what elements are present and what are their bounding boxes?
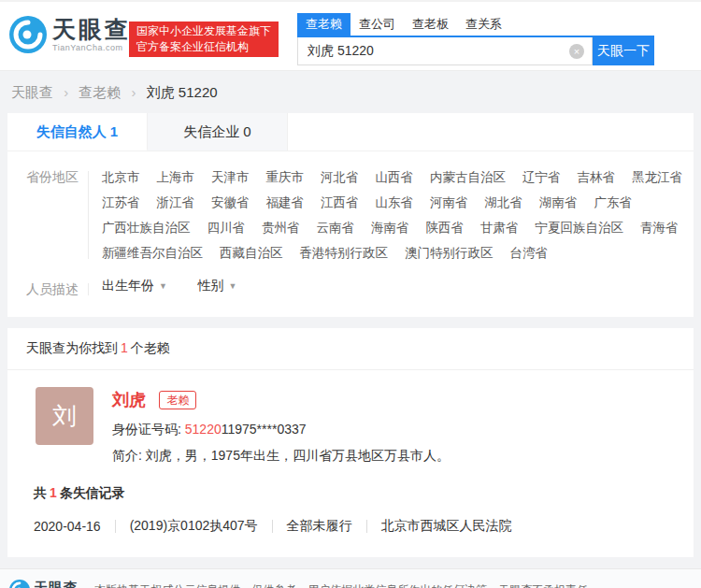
province-filter[interactable]: 广西壮族自治区 xyxy=(102,215,191,240)
tab-dishonest-person[interactable]: 失信自然人1 xyxy=(7,113,148,151)
record-date: 2020-04-16 xyxy=(34,519,101,534)
record-divider xyxy=(115,520,116,533)
search-tab-laolai[interactable]: 查老赖 xyxy=(297,13,350,36)
birth-year-dropdown[interactable]: 出生年份▼ xyxy=(102,278,167,293)
result-tabs: 失信自然人1 失信企业0 xyxy=(7,113,694,151)
breadcrumb-home[interactable]: 天眼查 xyxy=(11,84,53,100)
brand-logo[interactable]: 天眼查 TianYanCha.com xyxy=(9,16,131,53)
province-filter[interactable]: 宁夏回族自治区 xyxy=(536,215,624,240)
person-filter-row: 人员描述 出生年份▼ 性别▼ xyxy=(7,277,694,302)
province-filter[interactable]: 贵州省 xyxy=(262,215,300,240)
province-filter[interactable]: 湖北省 xyxy=(485,190,523,215)
breadcrumb-current: 刘虎 51220 xyxy=(147,84,218,100)
person-result: 刘 刘虎 老赖 身份证号码: 5122011975****0337 简介: 刘虎… xyxy=(7,370,694,480)
province-filter-label: 省份地区 xyxy=(7,165,88,190)
record-case-number: (2019)京0102执407号 xyxy=(130,518,258,535)
tab-dishonest-company[interactable]: 失信企业0 xyxy=(148,113,288,151)
province-filter[interactable]: 河南省 xyxy=(430,190,468,215)
record-divider xyxy=(272,520,273,533)
filter-divider xyxy=(88,283,89,295)
province-filter[interactable]: 香港特别行政区 xyxy=(300,240,389,265)
results-summary: 天眼查为你找到1个老赖 xyxy=(7,328,694,370)
chevron-down-icon: ▼ xyxy=(228,281,236,291)
search-input[interactable] xyxy=(297,37,593,65)
record-count: 共1条失信记录 xyxy=(7,480,694,502)
breadcrumb: 天眼查 › 查老赖 › 刘虎 51220 xyxy=(11,84,701,102)
footer-disclaimer: 本版块基于权威公示信息提供，仅供参考。用户依据此类信息所作出的任何决策，天眼查不… xyxy=(94,582,599,588)
dishonest-record-row[interactable]: 2020-04-16 (2019)京0102执407号 全部未履行 北京市西城区… xyxy=(7,502,694,557)
person-intro: 简介: 刘虎，男，1975年出生，四川省万县地区万县市人。 xyxy=(112,448,450,465)
record-status: 全部未履行 xyxy=(287,518,352,535)
search-area: 查老赖 查公司 查老板 查关系 × 天眼一下 xyxy=(297,13,654,65)
province-filter[interactable]: 山西省 xyxy=(376,165,414,190)
search-tab-boss[interactable]: 查老板 xyxy=(404,13,457,36)
province-filter[interactable]: 黑龙江省 xyxy=(632,165,682,190)
province-filter[interactable]: 河北省 xyxy=(321,165,359,190)
site-footer: 天眼查 TianYanCha.com 本版块基于权威公示信息提供，仅供参考。用户… xyxy=(0,568,701,588)
search-tabs: 查老赖 查公司 查老板 查关系 xyxy=(297,13,654,36)
province-filter[interactable]: 山东省 xyxy=(376,190,414,215)
province-filter[interactable]: 四川省 xyxy=(207,215,246,240)
laolai-badge: 老赖 xyxy=(159,391,196,409)
province-filter[interactable]: 西藏自治区 xyxy=(220,240,283,265)
certification-badge-line1: 国家中小企业发展基金旗下 xyxy=(136,23,271,39)
province-filter[interactable]: 云南省 xyxy=(317,215,355,240)
province-filter[interactable]: 江苏省 xyxy=(102,190,140,215)
province-filter[interactable]: 北京市 xyxy=(102,165,140,190)
province-filter[interactable]: 浙江省 xyxy=(157,190,195,215)
certification-badge: 国家中小企业发展基金旗下 官方备案企业征信机构 xyxy=(129,22,279,57)
tab-dishonest-person-count: 1 xyxy=(110,123,118,139)
search-tab-company[interactable]: 查公司 xyxy=(350,13,404,36)
clear-icon[interactable]: × xyxy=(569,44,584,59)
province-filter[interactable]: 上海市 xyxy=(157,165,195,190)
province-filter[interactable]: 吉林省 xyxy=(578,165,616,190)
province-filter[interactable]: 青海省 xyxy=(640,215,679,240)
province-filter[interactable]: 陕西省 xyxy=(426,215,465,240)
tianyancha-logo-icon xyxy=(9,580,30,588)
filter-divider xyxy=(88,171,89,259)
filters: 省份地区 北京市 上海市 天津市 重庆市 河北省 山西省 内蒙古自治区 辽宁省 … xyxy=(7,151,694,317)
footer-logo[interactable]: 天眼查 TianYanCha.com xyxy=(9,580,81,588)
brand-domain: TianYanCha.com xyxy=(52,43,131,52)
province-filter[interactable]: 内蒙古自治区 xyxy=(430,165,506,190)
id-highlight: 51220 xyxy=(185,422,222,437)
filter-card: 失信自然人1 失信企业0 省份地区 北京市 上海市 天津市 重庆市 河北省 山西… xyxy=(7,113,694,317)
province-filter[interactable]: 海南省 xyxy=(371,215,409,240)
certification-badge-line2: 官方备案企业征信机构 xyxy=(136,39,271,55)
province-filter[interactable]: 天津市 xyxy=(211,165,250,190)
tab-dishonest-company-count: 0 xyxy=(243,123,250,139)
tianyancha-logo-icon xyxy=(9,16,47,53)
person-filter-label: 人员描述 xyxy=(7,277,88,302)
province-filter[interactable]: 重庆市 xyxy=(266,165,305,190)
footer-brand-name: 天眼查 xyxy=(34,581,81,588)
results-count: 1 xyxy=(121,340,128,355)
search-button[interactable]: 天眼一下 xyxy=(593,37,654,65)
chevron-down-icon: ▼ xyxy=(159,281,167,291)
breadcrumb-laolai[interactable]: 查老赖 xyxy=(79,84,121,100)
person-id-number: 身份证号码: 5122011975****0337 xyxy=(112,422,450,438)
record-divider xyxy=(366,520,367,533)
gender-dropdown[interactable]: 性别▼ xyxy=(197,278,236,293)
province-filter[interactable]: 台湾省 xyxy=(510,240,549,265)
search-tab-relation[interactable]: 查关系 xyxy=(457,13,510,36)
results-card: 天眼查为你找到1个老赖 刘 刘虎 老赖 身份证号码: 5122011975***… xyxy=(7,328,694,557)
breadcrumb-separator: › xyxy=(64,84,68,100)
person-name[interactable]: 刘虎 xyxy=(112,391,146,409)
province-filter[interactable]: 福建省 xyxy=(266,190,305,215)
province-filter[interactable]: 广东省 xyxy=(594,190,633,215)
brand-name: 天眼查 xyxy=(52,17,131,41)
record-court: 北京市西城区人民法院 xyxy=(381,518,512,535)
province-filter[interactable]: 辽宁省 xyxy=(522,165,561,190)
province-filter[interactable]: 新疆维吾尔自治区 xyxy=(102,240,203,265)
province-filter-row: 省份地区 北京市 上海市 天津市 重庆市 河北省 山西省 内蒙古自治区 辽宁省 … xyxy=(7,165,694,265)
record-count-number: 1 xyxy=(50,485,57,500)
site-header: 天眼查 TianYanCha.com 国家中小企业发展基金旗下 官方备案企业征信… xyxy=(0,0,701,71)
province-filter[interactable]: 澳门特别行政区 xyxy=(405,240,494,265)
province-filter[interactable]: 甘肃省 xyxy=(480,215,519,240)
avatar[interactable]: 刘 xyxy=(36,387,93,445)
province-filter[interactable]: 江西省 xyxy=(321,190,359,215)
province-filter[interactable]: 湖南省 xyxy=(539,190,578,215)
breadcrumb-separator: › xyxy=(132,84,136,100)
province-filter[interactable]: 安徽省 xyxy=(211,190,250,215)
